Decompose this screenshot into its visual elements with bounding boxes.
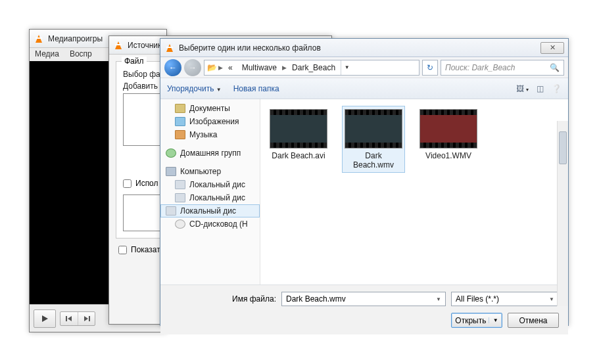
breadcrumb[interactable]: 📂 ▶ « Multiwave ▶ Dark_Beach ▼	[204, 60, 419, 76]
scrollbar-thumb[interactable]	[559, 131, 567, 164]
filetype-combo[interactable]: All Files (*.*) ▼	[451, 292, 559, 306]
music-icon	[175, 130, 185, 139]
new-folder-button[interactable]: Новая папка	[233, 84, 279, 93]
vlc-cone-icon	[113, 40, 124, 51]
use-checkbox[interactable]	[123, 179, 132, 188]
cd-icon	[175, 219, 185, 229]
chevron-down-icon[interactable]: ▼	[489, 317, 498, 323]
file-name: Dark Beach.avi	[272, 151, 325, 160]
view-options-button[interactable]: 🖼 ▾	[516, 84, 529, 93]
chevron-down-icon[interactable]: ▼	[436, 296, 441, 302]
previous-button[interactable]	[60, 312, 78, 325]
tree-documents[interactable]: Документы	[160, 102, 260, 115]
next-button[interactable]	[78, 312, 95, 325]
nav-row: ← → 📂 ▶ « Multiwave ▶ Dark_Beach ▼ ↻ Пои…	[160, 57, 568, 78]
refresh-button[interactable]: ↻	[422, 60, 438, 76]
file-list[interactable]: Dark Beach.avi Dark Beach.wmv Video1.WMV	[260, 99, 568, 284]
open-button[interactable]: Открыть ▼	[451, 313, 502, 328]
help-button[interactable]: ❔	[552, 84, 562, 93]
chevron-down-icon[interactable]: ▼	[549, 296, 554, 302]
folder-icon: 📂	[207, 63, 217, 72]
tree-music[interactable]: Музыка	[160, 128, 260, 141]
tree-computer[interactable]: Компьютер	[160, 165, 260, 178]
tree-drive-b[interactable]: Локальный дис	[160, 191, 260, 204]
dialog-footer: Имя файла: Dark Beach.wmv ▼ All Files (*…	[160, 284, 568, 334]
computer-icon	[166, 167, 176, 176]
back-button[interactable]: ←	[164, 59, 181, 76]
tree-drive-c[interactable]: Локальный дис	[160, 204, 260, 217]
forward-button[interactable]: →	[184, 59, 201, 76]
file-item[interactable]: Dark Beach.avi	[267, 106, 330, 164]
svg-marker-2	[68, 316, 72, 321]
tree-drive-a[interactable]: Локальный дис	[160, 178, 260, 191]
svg-rect-4	[89, 316, 90, 321]
chevron-right-icon[interactable]: ▶	[218, 64, 223, 71]
show-checkbox[interactable]	[118, 246, 127, 254]
play-button[interactable]	[34, 309, 56, 328]
menu-playback[interactable]: Воспр	[70, 49, 92, 60]
use-checkbox-label: Испол	[135, 179, 158, 188]
breadcrumb-dropdown[interactable]: ▼	[341, 60, 352, 75]
nav-tree[interactable]: Документы Изображения Музыка Домашняя гр…	[160, 99, 260, 284]
tree-homegroup[interactable]: Домашняя групп	[160, 147, 260, 160]
search-placeholder: Поиск: Dark_Beach	[445, 63, 515, 72]
drive-icon	[175, 193, 185, 202]
svg-rect-1	[66, 316, 67, 321]
dialog-toolbar: Упорядочить ▼ Новая папка 🖼 ▾ ◫ ❔	[160, 78, 568, 99]
breadcrumb-sep0: «	[224, 63, 237, 72]
file-name: Video1.WMV	[425, 151, 471, 160]
file-name: Dark Beach.wmv	[345, 151, 402, 170]
organize-button[interactable]: Упорядочить ▼	[167, 84, 222, 93]
filename-value: Dark Beach.wmv	[286, 294, 346, 304]
tree-cd[interactable]: CD-дисковод (Н	[160, 217, 260, 231]
dialog-title: Выберите один или несколько файлов	[178, 43, 538, 53]
dialog-body: Документы Изображения Музыка Домашняя гр…	[160, 99, 568, 284]
images-icon	[175, 117, 185, 126]
file-thumbnail	[345, 109, 402, 148]
close-button[interactable]: ✕	[540, 42, 564, 54]
drive-icon	[166, 206, 176, 216]
svg-marker-0	[42, 315, 48, 322]
preview-pane-button[interactable]: ◫	[537, 84, 544, 93]
breadcrumb-part-1[interactable]: Multiwave	[238, 63, 281, 72]
file-group-legend: Файл	[122, 57, 147, 66]
search-icon[interactable]: 🔍	[550, 63, 560, 72]
chevron-down-icon: ▼	[216, 87, 222, 93]
vertical-scrollbar[interactable]	[557, 121, 568, 306]
chevron-right-icon[interactable]: ▶	[282, 64, 287, 71]
homegroup-icon	[166, 148, 176, 158]
dialog-titlebar[interactable]: Выберите один или несколько файлов ✕	[160, 39, 568, 57]
filename-label: Имя файла:	[232, 294, 276, 304]
svg-marker-3	[84, 316, 88, 321]
vlc-cone-icon	[34, 34, 44, 44]
vlc-cone-icon	[164, 43, 175, 53]
drive-icon	[175, 180, 185, 189]
file-thumbnail	[270, 109, 327, 148]
file-thumbnail	[419, 109, 477, 148]
file-open-dialog: Выберите один или несколько файлов ✕ ← →…	[160, 38, 569, 326]
tree-images[interactable]: Изображения	[160, 115, 260, 128]
cancel-button[interactable]: Отмена	[508, 313, 559, 328]
prev-next-group	[60, 311, 95, 326]
menu-media[interactable]: Медиа	[35, 49, 59, 60]
filename-input[interactable]: Dark Beach.wmv ▼	[281, 292, 446, 306]
file-item[interactable]: Video1.WMV	[417, 106, 480, 164]
filetype-value: All Files (*.*)	[456, 294, 499, 304]
folder-icon	[175, 104, 185, 113]
file-item[interactable]: Dark Beach.wmv	[342, 106, 405, 173]
search-input[interactable]: Поиск: Dark_Beach 🔍	[441, 60, 564, 76]
breadcrumb-part-2[interactable]: Dark_Beach	[288, 63, 339, 72]
